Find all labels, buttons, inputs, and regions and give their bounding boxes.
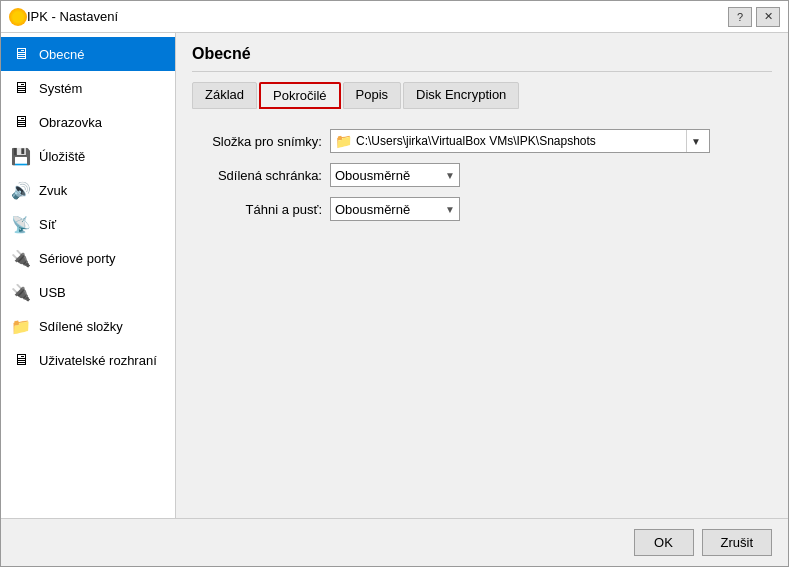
sidebar-item-obecne[interactable]: 🖥 Obecné xyxy=(1,37,175,71)
sidebar-item-obrazovka[interactable]: 🖥 Obrazovka xyxy=(1,105,175,139)
form-area: Složka pro snímky: 📁 C:\Users\jirka\Virt… xyxy=(192,121,772,506)
close-button[interactable]: ✕ xyxy=(756,7,780,27)
app-logo xyxy=(9,8,27,26)
sidebar-item-sit[interactable]: 📡 Síť xyxy=(1,207,175,241)
sidebar-label-uloziste: Úložiště xyxy=(39,149,85,164)
tab-disk-encryption[interactable]: Disk Encryption xyxy=(403,82,519,109)
sidebar-label-sit: Síť xyxy=(39,217,56,232)
tab-zaklad[interactable]: Základ xyxy=(192,82,257,109)
sidebar-label-obecne: Obecné xyxy=(39,47,85,62)
tahni-value: Obousměrně xyxy=(335,202,410,217)
main-content: Obecné Základ Pokročilé Popis Disk Encry… xyxy=(176,33,788,518)
ok-button[interactable]: OK xyxy=(634,529,694,556)
title-bar: IPK - Nastavení ? ✕ xyxy=(1,1,788,33)
sdilenka-select[interactable]: Obousměrně ▼ xyxy=(330,163,460,187)
sidebar-label-sdilene-slozky: Sdílené složky xyxy=(39,319,123,334)
sidebar-label-system: Systém xyxy=(39,81,82,96)
uloziste-icon: 💾 xyxy=(11,146,31,166)
slozka-path: C:\Users\jirka\VirtualBox VMs\IPK\Snapsh… xyxy=(356,134,682,148)
sidebar-label-uzivatelske-rozhrani: Uživatelské rozhraní xyxy=(39,353,157,368)
tabs-bar: Základ Pokročilé Popis Disk Encryption xyxy=(192,82,772,109)
tahni-select[interactable]: Obousměrně ▼ xyxy=(330,197,460,221)
form-row-tahni: Táhni a pusť: Obousměrně ▼ xyxy=(192,197,772,221)
title-controls: ? ✕ xyxy=(728,7,780,27)
folder-icon: 📁 xyxy=(335,133,352,149)
footer: OK Zrušit xyxy=(1,518,788,566)
help-button[interactable]: ? xyxy=(728,7,752,27)
seriove-porty-icon: 🔌 xyxy=(11,248,31,268)
cancel-button[interactable]: Zrušit xyxy=(702,529,773,556)
sidebar-label-obrazovka: Obrazovka xyxy=(39,115,102,130)
uzivatelske-rozhrani-icon: 🖥 xyxy=(11,350,31,370)
sdilenka-value: Obousměrně xyxy=(335,168,410,183)
tahni-arrow: ▼ xyxy=(445,204,455,215)
slozka-dropdown-btn[interactable]: ▼ xyxy=(686,130,705,152)
sidebar-item-usb[interactable]: 🔌 USB xyxy=(1,275,175,309)
section-title: Obecné xyxy=(192,45,772,72)
system-icon: 🖥 xyxy=(11,78,31,98)
usb-icon: 🔌 xyxy=(11,282,31,302)
sidebar-item-uloziste[interactable]: 💾 Úložiště xyxy=(1,139,175,173)
obrazovka-icon: 🖥 xyxy=(11,112,31,132)
main-window: IPK - Nastavení ? ✕ 🖥 Obecné 🖥 Systém 🖥 … xyxy=(0,0,789,567)
sidebar-item-zvuk[interactable]: 🔊 Zvuk xyxy=(1,173,175,207)
slozka-label: Složka pro snímky: xyxy=(192,134,322,149)
sdilenka-arrow: ▼ xyxy=(445,170,455,181)
tab-pokrocile[interactable]: Pokročilé xyxy=(259,82,340,109)
sdilene-slozky-icon: 📁 xyxy=(11,316,31,336)
obecne-icon: 🖥 xyxy=(11,44,31,64)
sit-icon: 📡 xyxy=(11,214,31,234)
sidebar-item-system[interactable]: 🖥 Systém xyxy=(1,71,175,105)
form-row-sdilenka: Sdílená schránka: Obousměrně ▼ xyxy=(192,163,772,187)
zvuk-icon: 🔊 xyxy=(11,180,31,200)
sidebar-item-seriove-porty[interactable]: 🔌 Sériové porty xyxy=(1,241,175,275)
tahni-label: Táhni a pusť: xyxy=(192,202,322,217)
tab-popis[interactable]: Popis xyxy=(343,82,402,109)
sidebar-label-seriove-porty: Sériové porty xyxy=(39,251,116,266)
window-body: 🖥 Obecné 🖥 Systém 🖥 Obrazovka 💾 Úložiště… xyxy=(1,33,788,518)
sidebar-label-usb: USB xyxy=(39,285,66,300)
slozka-field[interactable]: 📁 C:\Users\jirka\VirtualBox VMs\IPK\Snap… xyxy=(330,129,710,153)
form-row-slozka: Složka pro snímky: 📁 C:\Users\jirka\Virt… xyxy=(192,129,772,153)
sidebar-label-zvuk: Zvuk xyxy=(39,183,67,198)
sdilenka-label: Sdílená schránka: xyxy=(192,168,322,183)
window-title: IPK - Nastavení xyxy=(27,9,728,24)
sidebar-item-uzivatelske-rozhrani[interactable]: 🖥 Uživatelské rozhraní xyxy=(1,343,175,377)
sidebar: 🖥 Obecné 🖥 Systém 🖥 Obrazovka 💾 Úložiště… xyxy=(1,33,176,518)
sidebar-item-sdilene-slozky[interactable]: 📁 Sdílené složky xyxy=(1,309,175,343)
